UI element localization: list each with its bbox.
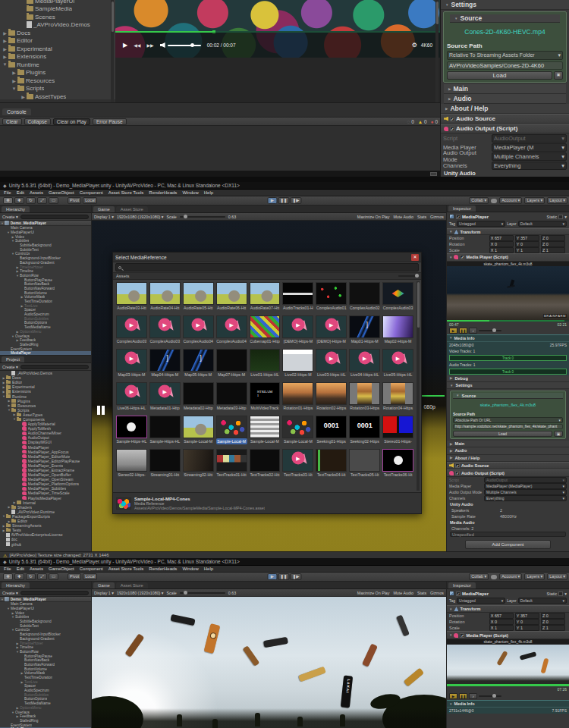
z-field[interactable]: Z 0 <box>541 235 565 241</box>
search-input[interactable] <box>20 215 89 219</box>
enabled-checkbox[interactable]: ✓ <box>455 463 460 468</box>
asset-store-tab[interactable]: Asset Store <box>116 206 148 212</box>
media-grid-item[interactable]: Live02-Https-M <box>282 349 313 379</box>
game-toggle[interactable]: Maximize On Play <box>357 215 390 219</box>
hand-tool-button[interactable]: ✥ <box>3 197 13 204</box>
tree-scrollbar[interactable] <box>111 0 114 102</box>
x-field[interactable]: X 0 <box>489 241 514 247</box>
console-button[interactable]: Clear on Play <box>53 118 90 125</box>
pause-overlay-button[interactable] <box>97 406 105 415</box>
scale-tool-button[interactable]: ⤢ <box>37 573 47 580</box>
dialog-search-input[interactable] <box>115 263 419 271</box>
property-value-dropdown[interactable]: AudioOutput▾ <box>492 134 567 143</box>
cloud-icon[interactable] <box>491 199 497 203</box>
tree-item[interactable]: Experimental <box>0 45 115 53</box>
media-grid-item[interactable]: Rotation03-Https <box>349 382 380 413</box>
media-grid-item[interactable]: Map02-Https-M <box>382 315 413 346</box>
expand-arrow-icon[interactable] <box>20 94 27 99</box>
z-field[interactable]: Z 0 <box>541 613 565 619</box>
project-tab[interactable]: Project <box>2 356 24 362</box>
layout-dropdown[interactable]: Layout ▾ <box>547 197 567 204</box>
tree-item[interactable]: AssetTypes <box>0 93 115 99</box>
media-grid-item[interactable]: TextTracks05-Ht <box>349 449 380 479</box>
z-field[interactable]: Z 1 <box>541 247 565 253</box>
scene-row[interactable]: Demo_MediaPlayer <box>0 597 91 602</box>
console-count[interactable]: 0 <box>418 119 427 124</box>
console-count[interactable]: 0 <box>431 119 438 124</box>
media-grid-item[interactable]: Rotation02-Https <box>316 382 347 413</box>
layers-dropdown[interactable]: Layers ▾ <box>524 197 545 204</box>
project-item[interactable]: github <box>0 541 91 546</box>
add-component-button[interactable]: Add Component <box>465 540 551 549</box>
search-input[interactable] <box>20 591 89 595</box>
dialog-title-bar[interactable]: Select MediaReference ✕ <box>113 253 421 262</box>
transform-header[interactable]: ▼Transform <box>447 228 569 235</box>
debug-foldout[interactable]: ▶Debug <box>447 375 569 382</box>
static-checkbox[interactable] <box>558 592 563 596</box>
menu-item[interactable]: Help <box>204 190 213 195</box>
mute-toggle[interactable]: ♪ <box>469 328 477 334</box>
gameobject-name[interactable]: MediaPlayer <box>462 215 545 219</box>
account-dropdown[interactable]: Account ▾ <box>499 197 522 204</box>
menu-item[interactable]: Window <box>182 566 198 571</box>
media-player-header[interactable]: ▼ ✓ Media Player (Script) <box>447 631 569 639</box>
expand-arrow-icon[interactable] <box>2 54 8 59</box>
media-grid-item[interactable]: Sample-Local-M <box>250 416 281 446</box>
resolution-dropdown[interactable]: 1920x1080 (1920x1080) ▾ <box>117 215 164 219</box>
layers-dropdown[interactable]: Layers ▾ <box>524 573 545 580</box>
media-grid-item[interactable]: ComplexAudio03 <box>116 315 147 346</box>
media-grid-item[interactable]: Metadata03-Http <box>216 382 247 413</box>
tree-item[interactable]: Editor <box>0 37 115 46</box>
z-field[interactable]: Z 0 <box>541 619 565 625</box>
menu-item[interactable]: Component <box>80 566 103 571</box>
menu-item[interactable]: Edit <box>17 190 24 195</box>
status-text[interactable]: [AVProVideo] Texture size changed: 2731 … <box>9 553 108 557</box>
tree-item[interactable]: SampleMedia <box>0 5 115 14</box>
gear-icon[interactable]: ⚙ <box>412 42 417 49</box>
media-grid-item[interactable]: MultiVideoTrack <box>250 382 281 413</box>
expand-arrow-icon[interactable] <box>11 70 17 75</box>
asset-store-tab[interactable]: Asset Store <box>116 582 148 588</box>
expand-arrow-icon[interactable] <box>2 62 8 67</box>
enabled-checkbox[interactable]: ✓ <box>450 117 454 121</box>
media-grid-item[interactable]: Map04-Https-M <box>149 349 181 379</box>
breadcrumb[interactable]: Assets <box>116 274 129 278</box>
property-value-dropdown[interactable]: Multiple Channels▾ <box>492 152 567 161</box>
preview-progress[interactable] <box>447 320 569 322</box>
x-field[interactable]: X 657 <box>489 235 514 241</box>
main-foldout[interactable]: ▶Main <box>447 441 569 447</box>
create-button[interactable]: Create ▾ <box>2 365 18 369</box>
media-grid-item[interactable]: TextTracks02-Htt <box>250 449 281 479</box>
audio-output-header[interactable]: ✓Audio Output (Script) <box>447 469 569 477</box>
property-value-dropdown[interactable]: Multiple Channels▾ <box>484 489 567 495</box>
menu-item[interactable]: Assets <box>30 190 43 195</box>
media-grid-item[interactable]: Rotation04-Https <box>382 382 413 413</box>
game-toggle[interactable]: Gizmos <box>430 591 444 595</box>
game-toggle[interactable]: Gizmos <box>430 215 444 219</box>
cloud-icon[interactable] <box>491 575 497 579</box>
media-grid-item[interactable]: Stereo01-Https- <box>382 416 413 446</box>
game-toggle[interactable]: Mute Audio <box>393 215 413 219</box>
hierarchy-tab[interactable]: Hierarchy <box>2 206 30 212</box>
play-toggle[interactable]: ▶ <box>449 693 457 699</box>
media-grid-item[interactable]: Rotation01-Https <box>282 382 313 413</box>
rect-tool-button[interactable]: ▭ <box>49 573 58 580</box>
media-grid-item[interactable]: Live03-Https-HL <box>316 349 347 379</box>
media-grid-item[interactable]: AudioRate06-Htt <box>216 282 247 312</box>
inspector-tab[interactable]: Inspector <box>448 582 476 588</box>
property-value-dropdown[interactable]: Everything▾ <box>492 162 567 170</box>
pause-button[interactable]: ❚❚ <box>278 573 289 580</box>
media-grid-item[interactable]: Metadata01-Http <box>149 382 181 413</box>
path-mode-dropdown[interactable]: Relative To Streaming Assets Folder▾ <box>447 51 563 60</box>
property-value-dropdown[interactable]: AudioOutput▾ <box>484 477 567 483</box>
volume-slider[interactable] <box>168 45 201 46</box>
display-dropdown[interactable]: Display 1 ▾ <box>94 215 114 219</box>
local-toggle[interactable]: Local <box>83 573 97 580</box>
prev-button[interactable]: ◀◀ <box>134 42 140 49</box>
media-player-header[interactable]: ▼ ✓ Media Player (Script) <box>447 253 569 261</box>
static-checkbox[interactable] <box>558 215 563 219</box>
x-field[interactable]: X 657 <box>489 613 514 619</box>
media-grid-item[interactable]: Sample-Https-HL <box>116 416 147 446</box>
volume-control[interactable] <box>160 42 201 48</box>
y-field[interactable]: Y 357 <box>515 613 539 619</box>
